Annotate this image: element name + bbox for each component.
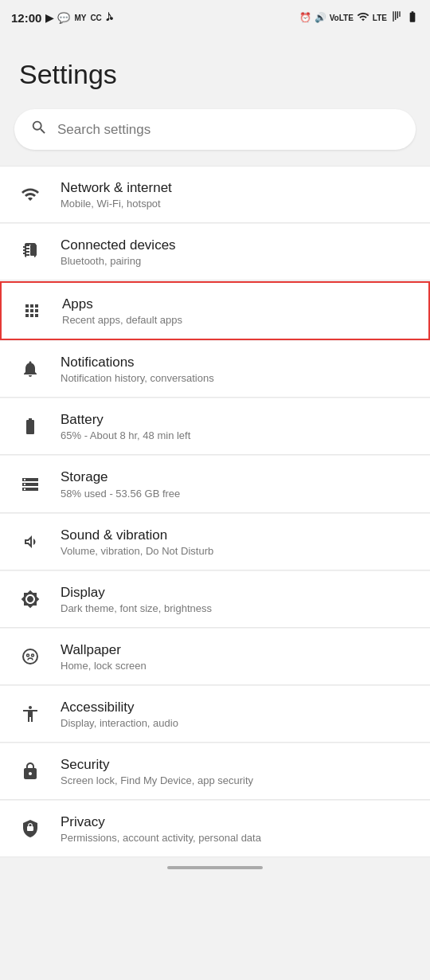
settings-item-text-wallpaper: Wallpaper Home, lock screen — [61, 641, 147, 672]
settings-item-title-accessibility: Accessibility — [61, 699, 178, 716]
settings-item-subtitle-battery: 65% - About 8 hr, 48 min left — [61, 429, 190, 441]
settings-item-security[interactable]: Security Screen lock, Find My Device, ap… — [0, 743, 430, 800]
settings-item-subtitle-apps: Recent apps, default apps — [62, 314, 182, 326]
settings-item-wallpaper[interactable]: Wallpaper Home, lock screen — [0, 629, 430, 685]
apps-icon — [18, 296, 46, 325]
settings-item-text-apps: Apps Recent apps, default apps — [62, 296, 182, 326]
settings-item-text-sound: Sound & vibration Volume, vibration, Do … — [61, 527, 213, 557]
notifications-icon — [16, 355, 45, 383]
alarm-icon: ⏰ — [299, 12, 311, 23]
status-right: ⏰ 🔊 VoLTE LTE — [299, 10, 419, 25]
settings-item-subtitle-sound: Volume, vibration, Do Not Disturb — [61, 545, 213, 557]
accessibility-icon — [16, 700, 45, 728]
youtube-icon: ▶ — [45, 12, 53, 24]
wifi-status-icon — [357, 10, 369, 25]
wallpaper-icon — [16, 642, 45, 671]
volume-icon: 🔊 — [315, 12, 326, 23]
status-bar: 12:00 ▶ 💬 MY CC 𝅘𝅥𝅮 • ⏰ 🔊 VoLTE LTE — [0, 0, 430, 35]
settings-item-text-accessibility: Accessibility Display, interaction, audi… — [61, 699, 178, 729]
battery-status-icon — [406, 10, 419, 25]
page-title-area: Settings — [0, 35, 430, 106]
settings-item-text-battery: Battery 65% - About 8 hr, 48 min left — [61, 411, 190, 441]
settings-item-text-connected-devices: Connected devices Bluetooth, pairing — [61, 237, 176, 267]
search-icon — [30, 119, 48, 140]
search-bar-container: Search settings — [0, 106, 430, 166]
settings-item-subtitle-wallpaper: Home, lock screen — [61, 660, 147, 672]
settings-item-title-storage: Storage — [61, 468, 180, 486]
settings-item-privacy[interactable]: Privacy Permissions, account activity, p… — [0, 801, 430, 857]
settings-list: Network & internet Mobile, Wi-Fi, hotspo… — [0, 166, 430, 857]
scroll-indicator — [0, 858, 430, 872]
settings-item-title-network: Network & internet — [61, 179, 172, 197]
privacy-icon — [16, 814, 45, 843]
settings-item-subtitle-privacy: Permissions, account activity, personal … — [61, 832, 261, 844]
volte-icon: VoLTE — [330, 14, 354, 22]
status-left: 12:00 ▶ 💬 MY CC 𝅘𝅥𝅮 • — [11, 11, 113, 25]
signal-icon — [390, 10, 403, 25]
settings-item-title-connected-devices: Connected devices — [61, 237, 176, 254]
display-icon — [16, 585, 45, 613]
cc-icon: CC — [90, 14, 101, 22]
settings-item-text-network: Network & internet Mobile, Wi-Fi, hotspo… — [61, 179, 172, 210]
search-placeholder: Search settings — [57, 122, 150, 138]
settings-item-network[interactable]: Network & internet Mobile, Wi-Fi, hotspo… — [0, 166, 430, 223]
settings-item-title-display: Display — [61, 584, 212, 602]
search-bar[interactable]: Search settings — [14, 109, 416, 150]
page-title: Settings — [19, 59, 411, 90]
settings-item-text-security: Security Screen lock, Find My Device, ap… — [61, 756, 253, 786]
settings-item-title-notifications: Notifications — [61, 354, 214, 371]
dot-icon: • — [110, 12, 114, 24]
settings-item-sound[interactable]: Sound & vibration Volume, vibration, Do … — [0, 514, 430, 570]
settings-item-title-security: Security — [61, 756, 253, 774]
settings-item-display[interactable]: Display Dark theme, font size, brightnes… — [0, 571, 430, 628]
settings-item-apps[interactable]: Apps Recent apps, default apps — [0, 281, 430, 340]
settings-item-title-apps: Apps — [62, 296, 182, 313]
settings-item-connected-devices[interactable]: Connected devices Bluetooth, pairing — [0, 224, 430, 280]
settings-item-text-display: Display Dark theme, font size, brightnes… — [61, 584, 212, 614]
settings-item-title-wallpaper: Wallpaper — [61, 641, 147, 659]
settings-item-accessibility[interactable]: Accessibility Display, interaction, audi… — [0, 686, 430, 743]
battery-icon — [16, 412, 45, 441]
settings-item-subtitle-accessibility: Display, interaction, audio — [61, 717, 178, 729]
storage-icon — [16, 470, 45, 499]
settings-item-storage[interactable]: Storage 58% used - 53.56 GB free — [0, 456, 430, 512]
settings-item-subtitle-security: Screen lock, Find My Device, app securit… — [61, 774, 253, 786]
settings-item-subtitle-display: Dark theme, font size, brightness — [61, 602, 212, 614]
sound-icon — [16, 527, 45, 556]
settings-item-text-notifications: Notifications Notification history, conv… — [61, 354, 214, 384]
settings-item-text-privacy: Privacy Permissions, account activity, p… — [61, 813, 261, 844]
settings-item-subtitle-network: Mobile, Wi-Fi, hotspot — [61, 198, 172, 210]
lte-icon: LTE — [373, 14, 387, 22]
wifi-icon — [16, 180, 45, 209]
settings-item-title-sound: Sound & vibration — [61, 527, 213, 544]
security-icon — [16, 757, 45, 786]
settings-item-subtitle-storage: 58% used - 53.56 GB free — [61, 488, 180, 500]
scroll-bar — [167, 866, 263, 869]
settings-item-notifications[interactable]: Notifications Notification history, conv… — [0, 341, 430, 398]
settings-item-subtitle-notifications: Notification history, conversations — [61, 372, 214, 384]
settings-item-subtitle-connected-devices: Bluetooth, pairing — [61, 255, 176, 267]
settings-item-text-storage: Storage 58% used - 53.56 GB free — [61, 468, 180, 499]
status-time: 12:00 — [11, 11, 41, 25]
my-icon: MY — [74, 14, 86, 22]
devices-icon — [16, 237, 45, 266]
settings-item-title-privacy: Privacy — [61, 813, 261, 831]
settings-item-title-battery: Battery — [61, 411, 190, 429]
settings-item-battery[interactable]: Battery 65% - About 8 hr, 48 min left — [0, 398, 430, 455]
messaging-icon: 💬 — [57, 12, 70, 24]
